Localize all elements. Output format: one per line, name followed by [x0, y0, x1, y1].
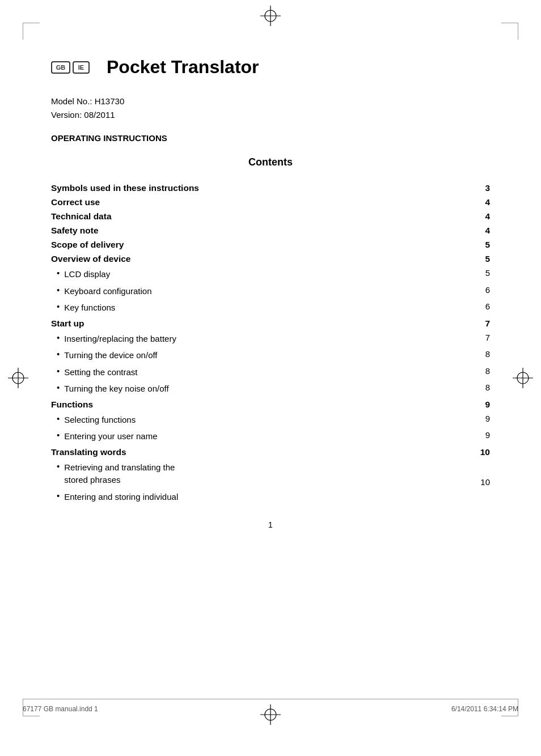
toc-main-item: Technical data4 [51, 211, 490, 222]
toc-bullet: • [51, 301, 64, 311]
badge-ie: IE [73, 61, 90, 74]
page: 67177 GB manual.indd 1 6/14/2011 6:34:14… [0, 0, 541, 756]
toc-main-page: 4 [476, 197, 490, 207]
main-content: GB IE Pocket Translator Model No.: H1373… [51, 45, 490, 694]
toc-bullet: • [51, 333, 64, 342]
toc-main-label: Start up [51, 318, 476, 329]
toc-main-page: 3 [476, 183, 490, 193]
toc-sub-label: Retrieving and translating thestored phr… [64, 461, 476, 487]
toc-bullet: • [51, 285, 64, 295]
toc-sub-page: 8 [476, 383, 490, 392]
toc-sub-label: LCD display [64, 268, 476, 281]
toc-sub-label: Keyboard configuration [64, 285, 476, 298]
toc-main-item: Start up7 [51, 318, 490, 329]
toc-sub-item: •Entering and storing individual [51, 491, 490, 504]
toc-main-item: Symbols used in these instructions3 [51, 183, 490, 193]
toc-bullet: • [51, 491, 64, 500]
crosshair-bottom [260, 704, 281, 725]
toc-main-item: Safety note4 [51, 226, 490, 236]
toc-sub-item: •Setting the contrast8 [51, 366, 490, 379]
toc-main-page: 9 [476, 400, 490, 410]
toc-bullet: • [51, 349, 64, 359]
toc-sub-label: Setting the contrast [64, 366, 476, 379]
toc-main-label: Symbols used in these instructions [51, 183, 476, 193]
toc-main-label: Translating words [51, 447, 476, 457]
toc-sub-page: 10 [476, 477, 490, 487]
crosshair-top [260, 6, 281, 26]
model-number: Model No.: H13730 [51, 95, 490, 108]
toc-bullet: • [51, 268, 64, 278]
toc-main-label: Safety note [51, 226, 476, 236]
crosshair-left [8, 368, 28, 388]
toc-main-label: Correct use [51, 197, 476, 207]
toc-sub-item: •Selecting functions9 [51, 414, 490, 427]
page-title: Pocket Translator [107, 57, 259, 78]
operating-instructions: OPERATING INSTRUCTIONS [51, 133, 490, 143]
toc-sub-label: Key functions [64, 301, 476, 315]
toc-sub-item: •Turning the key noise on/off8 [51, 383, 490, 396]
toc-sub-page: 6 [476, 285, 490, 295]
corner-mark-tr [501, 23, 518, 40]
toc-sub-label: Selecting functions [64, 414, 476, 427]
toc-main-item: Scope of delivery5 [51, 240, 490, 250]
toc-main-item: Correct use4 [51, 197, 490, 207]
toc-sub-page: 8 [476, 366, 490, 376]
toc-sub-page: 7 [476, 333, 490, 342]
model-version: Version: 08/2011 [51, 108, 490, 122]
crosshair-right [513, 368, 533, 388]
toc-sub-item: •LCD display5 [51, 268, 490, 281]
toc-bullet: • [51, 430, 64, 440]
header: GB IE Pocket Translator [51, 57, 490, 78]
toc-sub-label: Turning the key noise on/off [64, 383, 476, 396]
toc-sub-label: Entering and storing individual [64, 491, 476, 504]
toc-main-page: 4 [476, 226, 490, 236]
toc-bullet: • [51, 414, 64, 423]
toc-sub-label: Entering your user name [64, 430, 476, 443]
toc-main-page: 4 [476, 211, 490, 222]
toc-sub-page: 6 [476, 301, 490, 311]
toc-sub-page: 9 [476, 430, 490, 440]
toc-main-page: 7 [476, 318, 490, 329]
toc-sub-label: Turning the device on/off [64, 349, 476, 362]
footer-right: 6/14/2011 6:34:14 PM [451, 705, 518, 713]
toc-main-item: Functions9 [51, 400, 490, 410]
toc-sub-item: •Keyboard configuration6 [51, 285, 490, 298]
toc-sub-item: •Entering your user name9 [51, 430, 490, 443]
toc-main-label: Scope of delivery [51, 240, 476, 250]
toc-main-page: 5 [476, 254, 490, 264]
toc-main-label: Technical data [51, 211, 476, 222]
toc-bullet: • [51, 383, 64, 392]
toc-sub-page: 5 [476, 268, 490, 278]
contents-title: Contents [51, 156, 490, 168]
model-info: Model No.: H13730 Version: 08/2011 [51, 95, 490, 122]
toc-main-item: Overview of device5 [51, 254, 490, 264]
toc-sub-item: •Key functions6 [51, 301, 490, 315]
toc-main-label: Overview of device [51, 254, 476, 264]
footer-left: 67177 GB manual.indd 1 [23, 705, 98, 713]
toc-main-item: Translating words10 [51, 447, 490, 457]
toc-main-page: 10 [476, 447, 490, 457]
toc-sub-page: 8 [476, 349, 490, 359]
toc-sub-label: Inserting/replacing the battery [64, 333, 476, 346]
toc-main-label: Functions [51, 400, 476, 410]
page-number: 1 [51, 520, 490, 529]
toc-bullet: • [51, 366, 64, 376]
toc-sub-item: •Turning the device on/off8 [51, 349, 490, 362]
table-of-contents: Symbols used in these instructions3Corre… [51, 183, 490, 503]
toc-sub-item: •Inserting/replacing the battery7 [51, 333, 490, 346]
corner-mark-tl [23, 23, 40, 40]
toc-sub-item: •Retrieving and translating thestored ph… [51, 461, 490, 487]
footer-line [23, 699, 518, 699]
toc-sub-page: 9 [476, 414, 490, 423]
badge-gb: GB [51, 61, 70, 74]
toc-bullet: • [51, 461, 64, 471]
toc-main-page: 5 [476, 240, 490, 250]
